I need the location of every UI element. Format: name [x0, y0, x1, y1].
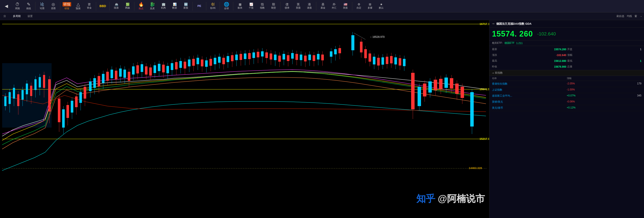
- svg-rect-194: [439, 79, 442, 89]
- qihuo-button[interactable]: 期 期货: [268, 1, 279, 12]
- zijin-button[interactable]: 资 资金: [84, 1, 94, 12]
- svg-rect-111: [235, 54, 238, 60]
- related-row-usdhkd[interactable]: 美元/港币 +0.12%: [490, 105, 644, 111]
- ziding-button[interactable]: ⚙ 自定: [354, 1, 364, 12]
- draw-button[interactable]: ✎ 画线: [23, 1, 34, 12]
- stats-section: 最新 15574.260 开盘 1 涨跌 -102.640 涨幅 最高 1561…: [490, 46, 644, 70]
- svg-rect-105: [222, 58, 225, 64]
- svg-rect-43: [89, 81, 92, 91]
- svg-rect-53: [110, 70, 113, 78]
- svg-rect-204: [470, 92, 474, 127]
- guzhi-button[interactable]: 📈 个股: [246, 1, 256, 12]
- shzs-name: 上证指数: [492, 88, 567, 92]
- longhu-label: 龙虎: [150, 7, 154, 10]
- tb2-multiperiod[interactable]: 多周期: [11, 13, 22, 19]
- svg-rect-115: [244, 53, 246, 59]
- ganggu-button[interactable]: 港 港股: [304, 1, 315, 12]
- stat-label-zuigao: 最高: [492, 59, 497, 63]
- related-row-hkhsi[interactable]: 香港恒生指数 -2.05% 179: [490, 81, 644, 87]
- svg-rect-49: [102, 74, 104, 83]
- djia-name: 道琼斯工业平均...: [492, 94, 567, 98]
- luntan-label: 论股: [40, 7, 44, 10]
- svg-rect-89: [188, 59, 190, 66]
- toolbar2-right: 刷自选 均线 窗 →: [616, 14, 642, 18]
- stat-label-zuoshou: 昨收: [492, 65, 497, 68]
- related-row-shzs[interactable]: 上证指数 -1.00%: [490, 87, 644, 93]
- meiguu-button[interactable]: 🇺🇸 美股: [340, 1, 351, 12]
- zhishu-button[interactable]: 指 指数: [257, 1, 268, 12]
- svg-rect-153: [330, 51, 332, 57]
- djia-val: 345: [604, 94, 642, 98]
- shzs-change: -1.00%: [567, 88, 604, 92]
- BBD-button[interactable]: BBD: [98, 1, 108, 12]
- jigou-button[interactable]: 🏢 机构: [158, 1, 169, 12]
- related-row-djia[interactable]: 道琼斯工业平均... +0.07% 345: [490, 93, 644, 99]
- stock-name: 德国法兰克福DAX指数 GDA: [496, 22, 532, 26]
- xuangu-icon: ◎: [52, 2, 55, 6]
- price-chart: 16717.122 15972.565 15217.946 14463.328 …: [0, 20, 489, 218]
- avg-line-button[interactable]: 均线: [627, 14, 632, 18]
- lugang-button[interactable]: 🚢 陆港: [111, 1, 122, 12]
- bankuai-label: 板块: [238, 6, 242, 9]
- back-button[interactable]: ◀: [1, 1, 12, 12]
- main-toolbar: ◀ ⏱ 周期 ✎ 画线 论 论股 ◎ 选股 研报 研报 △ 预测 资 资金 BB…: [0, 0, 644, 12]
- tb2-fen[interactable]: 分: [2, 13, 8, 19]
- duoc-button[interactable]: ⊞ 多窗: [365, 1, 376, 12]
- yinggu-button[interactable]: 英 英股: [293, 1, 304, 12]
- liangr-button[interactable]: 💹 两融: [122, 1, 133, 12]
- zhaiquan-button[interactable]: 债 债券: [282, 1, 292, 12]
- sep8: [220, 2, 220, 10]
- etf-row: 相关ETF: 德国ETF 1.211: [490, 40, 644, 46]
- window-button[interactable]: 窗: [634, 14, 637, 18]
- stat-val-zuixin: 15574.260: [554, 48, 566, 51]
- duoc-icon: ⊞: [369, 3, 371, 6]
- sep9: [233, 2, 233, 10]
- svg-rect-107: [227, 56, 229, 62]
- quanqiu-button[interactable]: 🌐 全球: [221, 1, 232, 12]
- moren-button[interactable]: ★ 默认: [376, 1, 386, 12]
- stock-header: ⇒ 德国法兰克福DAX指数 GDA: [490, 20, 644, 28]
- secondary-toolbar: 分 多周期 设置 刷自选 均线 窗 →: [0, 12, 644, 20]
- svg-rect-97: [205, 60, 208, 67]
- svg-rect-198: [450, 78, 453, 88]
- redian-button[interactable]: 🔥 热点: [136, 1, 146, 12]
- related-row-gbpusd[interactable]: 英镑/美元 -0.06%: [490, 99, 644, 105]
- xingu-icon: 🆕: [184, 3, 188, 6]
- chart-area[interactable]: 16717.122 15972.565 15217.946 14463.328 …: [0, 20, 489, 218]
- waihui-button[interactable]: 外 外汇: [329, 1, 340, 12]
- svg-rect-190: [428, 81, 432, 93]
- price-change: -102.640: [537, 31, 556, 37]
- period-button[interactable]: ⏱ 周期: [12, 1, 23, 12]
- svg-rect-162: [360, 42, 362, 52]
- xingu-button[interactable]: 🆕 新股: [180, 1, 191, 12]
- stat-label-zhandie: 涨跌: [492, 53, 497, 57]
- yuce-button[interactable]: △ 预测: [73, 1, 84, 12]
- etf-name[interactable]: 德国ETF: [504, 41, 514, 45]
- sep6: [192, 2, 193, 10]
- stat-zuixin: 最新 15574.260: [492, 47, 566, 52]
- jijin-button[interactable]: 基 基金: [318, 1, 328, 12]
- PE-button[interactable]: PE: [194, 1, 205, 12]
- stat-zuigao: 最高 15612.880: [492, 58, 566, 63]
- longhu-button[interactable]: 🐉 龙虎: [147, 1, 158, 12]
- jigou-label: 机构: [161, 6, 166, 9]
- svg-rect-37: [75, 96, 78, 107]
- yanbao-button[interactable]: 研报 研报: [62, 1, 72, 12]
- luntan-button[interactable]: 论 论股: [37, 1, 48, 12]
- chuangke-button[interactable]: 创 创/科: [208, 1, 218, 12]
- bankuai-button[interactable]: ▦ 板块: [234, 1, 245, 12]
- price-section: 15574. 260 -102.640: [490, 28, 644, 40]
- svg-rect-21: [34, 79, 36, 90]
- svg-rect-186: [418, 87, 421, 106]
- refresh-button[interactable]: 刷自选: [616, 14, 624, 18]
- redian-label: 热点: [139, 7, 144, 10]
- tb2-settings[interactable]: 设置: [26, 13, 34, 19]
- xuangu-button[interactable]: ◎ 选股: [48, 1, 59, 12]
- stat-label-zuixin: 最新: [492, 47, 497, 51]
- arrow-button[interactable]: →: [640, 15, 642, 18]
- sep4: [110, 2, 110, 10]
- svg-rect-151: [321, 54, 324, 60]
- shuju-button[interactable]: 📊 数据: [169, 1, 180, 12]
- svg-rect-83: [175, 62, 178, 69]
- moren-label: 默认: [379, 6, 384, 9]
